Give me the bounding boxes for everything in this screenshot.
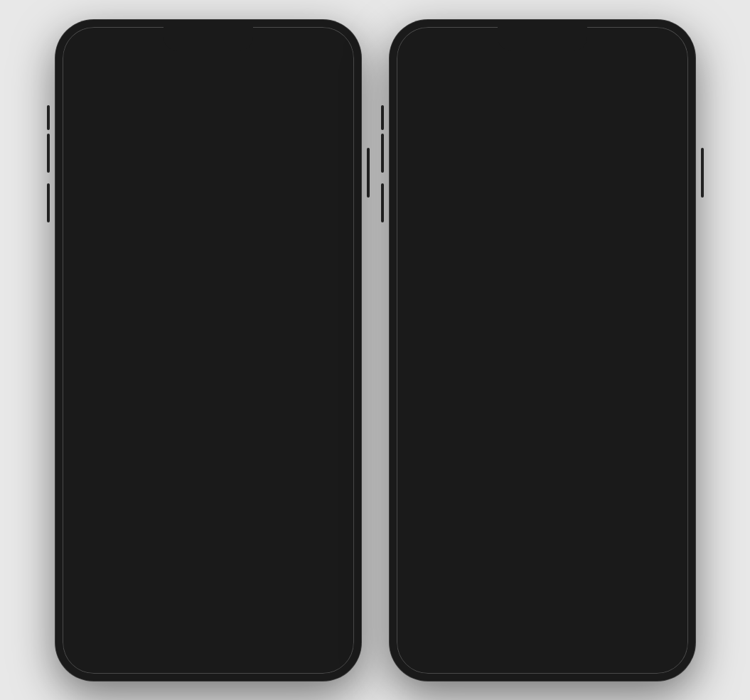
power-button-2[interactable] [701, 148, 704, 198]
lookup-row[interactable]: Look Up – Plant › [63, 364, 354, 407]
silent-switch-2[interactable] [381, 105, 384, 130]
photo-display[interactable] [63, 27, 354, 325]
phone-1: Add a Caption Look Up – Plant › [55, 20, 361, 681]
volume-up-button-2[interactable] [381, 134, 384, 173]
cloud-icon: ☁ [77, 432, 86, 443]
photo-display-2[interactable] [397, 27, 688, 368]
hardy-fuchsia-chevron: › [663, 559, 667, 570]
phone-2: Results ✕ Siri Knowledge Show More [390, 20, 695, 681]
visual-lookup-leaf-icon [530, 181, 555, 205]
fuchsia-description: Fuchsia is a genus of flowering plants t… [468, 461, 653, 500]
caption-area[interactable]: Add a Caption [63, 325, 354, 364]
results-handle[interactable] [530, 375, 555, 378]
meta-section: Monday • May 30, 2022 • 9:23 AM Adjust ☁… [63, 407, 354, 454]
exif-shutter: 1/181 s [240, 542, 279, 556]
vibrant-badge: VIBRANT [289, 516, 335, 527]
share-button[interactable] [97, 627, 122, 652]
lookup-chevron: › [336, 379, 340, 391]
knowledge-item-fuchsia[interactable]: Fuchsia Fuchsia is a genus of flowering … [408, 436, 677, 522]
siri-knowledge-header: Siri Knowledge Show More [408, 411, 677, 427]
phone-screen-2: Results ✕ Siri Knowledge Show More [397, 27, 688, 674]
camera-mp: 12 MP • 3024 × 4032 • 3.5 MB [81, 516, 205, 527]
similar-image-1[interactable] [408, 641, 473, 674]
format-badge: JPEG [281, 471, 314, 484]
meta-filename: IMG_4241 [90, 432, 136, 443]
results-content[interactable]: Siri Knowledge Show More Fuchsia Fuchsia… [397, 411, 688, 674]
camera-spec-line2: 12 MP • 3024 × 4032 • 3.5 MB VIBRANT [81, 516, 336, 527]
caption-placeholder[interactable]: Add a Caption [77, 337, 158, 351]
svg-text:✦: ✦ [243, 633, 249, 640]
photo-flowers [63, 27, 354, 325]
info-button[interactable]: i ✦ [228, 627, 254, 652]
heart-button[interactable] [162, 627, 188, 652]
camera-specs: Wide Camera — 26 mm ƒ1.5 12 MP • 3024 × … [71, 495, 345, 535]
gear-icon[interactable]: ⚙ [320, 470, 336, 485]
lookup-icon [77, 372, 102, 398]
fuchsia-name: Fuchsia [468, 446, 653, 458]
results-title: Results [520, 388, 564, 402]
exif-iso: ISO 50 [81, 542, 119, 556]
show-more-button[interactable]: Show More [623, 413, 677, 425]
device-badges: JPEG ⚙ [281, 470, 335, 485]
home-indicator-2 [496, 664, 589, 668]
fuchsia-chevron: › [663, 473, 667, 484]
volume-down-button-2[interactable] [381, 183, 384, 222]
device-name: Apple iPhone 13 Pro [81, 471, 179, 483]
exif-focal: 26 mm [126, 542, 164, 556]
adjust-button[interactable]: Adjust [310, 417, 340, 429]
fuchsia-source: Wikipedia [468, 501, 653, 511]
device-header: Apple iPhone 13 Pro JPEG ⚙ [71, 461, 345, 495]
similar-image-3[interactable] [543, 641, 609, 674]
knowledge-card: Fuchsia Fuchsia is a genus of flowering … [408, 436, 677, 608]
camera-spec-line1: Wide Camera — 26 mm ƒ1.5 [81, 502, 336, 512]
phone-screen: Add a Caption Look Up – Plant › [63, 27, 354, 674]
results-header: Results ✕ [397, 382, 688, 411]
exif-aperture: ƒ1.5 [205, 542, 232, 556]
knowledge-item-hardy-fuchsia[interactable]: Hardy fuchsia Fuchsia magellanica, commo… [408, 522, 677, 608]
meta-date: Monday • May 30, 2022 • 9:23 AM [77, 417, 237, 429]
visual-lookup-dot [540, 205, 545, 209]
results-close-button[interactable]: ✕ [657, 385, 677, 405]
fuchsia-thumbnail [418, 458, 458, 498]
leaf-icon [82, 378, 97, 392]
visual-lookup-badge[interactable] [520, 170, 565, 215]
hardy-fuchsia-description: Fuchsia magellanica, commonly known as t… [468, 546, 653, 586]
home-indicator [162, 664, 255, 668]
exif-ev: 0 ev [171, 542, 198, 556]
hardy-fuchsia-source: Wikipedia [468, 588, 653, 598]
results-panel: Results ✕ Siri Knowledge Show More [397, 368, 688, 674]
knowledge-text-fuchsia: Fuchsia Fuchsia is a genus of flowering … [468, 446, 653, 512]
power-button[interactable] [367, 148, 370, 198]
photo-page-dot [206, 314, 210, 318]
trash-button[interactable] [294, 627, 319, 652]
exif-row: ISO 50 26 mm 0 ev ƒ1.5 1/181 s [71, 535, 345, 564]
volume-down-button[interactable] [47, 183, 50, 222]
lookup-label: Look Up – Plant [111, 378, 202, 392]
similar-images-grid [408, 641, 677, 674]
similar-image-2[interactable] [476, 641, 541, 674]
similar-image-4[interactable] [611, 641, 676, 674]
silent-switch[interactable] [47, 105, 50, 130]
hardy-fuchsia-thumbnail [418, 544, 458, 584]
siri-knowledge-title: Siri Knowledge [408, 411, 510, 427]
volume-up-button[interactable] [47, 134, 50, 173]
knowledge-text-hardy: Hardy fuchsia Fuchsia magellanica, commo… [468, 532, 653, 598]
similar-images-title: Similar Web Images [408, 616, 677, 632]
photo-page-dot-2 [670, 357, 674, 361]
hardy-fuchsia-name: Hardy fuchsia [468, 532, 653, 544]
device-section: Apple iPhone 13 Pro JPEG ⚙ Wide Camera —… [71, 461, 345, 564]
